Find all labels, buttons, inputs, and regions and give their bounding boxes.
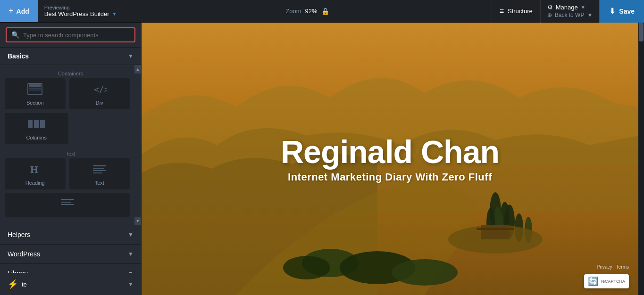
preview-info: Previewing Best WordPress Builder ▼ (38, 5, 124, 17)
structure-button[interactable]: ≡ Structure (492, 0, 540, 23)
sidebar-section-library[interactable]: Library ▼ (0, 264, 141, 273)
component-div[interactable]: </> Div (69, 78, 130, 109)
svg-rect-5 (28, 120, 33, 128)
div-label: Div (96, 100, 103, 106)
text-label: Text (95, 180, 104, 186)
component-extra[interactable] (5, 193, 130, 217)
sidebar-section-wordpress[interactable]: WordPress ▼ (0, 245, 141, 264)
svg-rect-12 (93, 172, 102, 173)
scroll-up-button[interactable]: ▲ (134, 65, 141, 74)
zoom-area: Zoom 92% 🔒 (285, 8, 329, 15)
section-icon (27, 83, 42, 97)
preview-name-row[interactable]: Best WordPress Builder ▼ (44, 10, 117, 17)
helpers-label: Helpers (8, 231, 30, 238)
recaptcha-text: reCAPTCHA (601, 279, 625, 284)
component-heading[interactable]: H Heading (5, 158, 66, 189)
helpers-arrow-icon: ▼ (128, 231, 134, 238)
manage-dropdown[interactable]: ⚙ Manage ▼ ⊕ Back to WP ▼ (540, 0, 600, 23)
canvas-scrollbar[interactable] (638, 23, 644, 295)
topbar: + Add Previewing Best WordPress Builder … (0, 0, 644, 23)
columns-icon (27, 118, 45, 132)
extra-icon (60, 198, 75, 210)
search-input-wrap: 🔍 (6, 27, 135, 42)
svg-rect-13 (61, 199, 74, 200)
manage-row: ⚙ Manage ▼ (547, 4, 593, 11)
svg-rect-15 (61, 204, 74, 205)
svg-text:</>: </> (94, 84, 107, 94)
recaptcha-badge: 🔄 reCAPTCHA (584, 274, 629, 288)
component-text[interactable]: Text (69, 158, 130, 189)
wordpress-arrow-icon: ▼ (128, 251, 134, 257)
back-to-wp-label: Back to WP (555, 12, 585, 18)
canvas-overlay: Reginald Chan Internet Marketing Diary W… (142, 23, 638, 295)
svg-rect-10 (93, 168, 104, 169)
search-icon: 🔍 (11, 31, 19, 39)
privacy-link[interactable]: Privacy · Terms (597, 264, 629, 270)
svg-text:H: H (30, 164, 38, 175)
div-icon: </> (92, 83, 107, 97)
preview-dropdown-arrow: ▼ (112, 11, 117, 16)
containers-row-1: Section </> Div (5, 78, 136, 109)
site-title: Reginald Chan (281, 134, 499, 170)
scrollbar-thumb[interactable] (639, 23, 644, 41)
text-row-1: H Heading (5, 158, 136, 189)
svg-rect-3 (29, 90, 41, 90)
search-bar: 🔍 (0, 23, 141, 48)
lightning-icon: ⚡ (8, 279, 18, 289)
add-button[interactable]: + Add (0, 0, 38, 22)
wp-icon: ⊕ (547, 12, 552, 18)
topbar-center: Zoom 92% 🔒 (123, 8, 491, 15)
privacy-text: Privacy · Terms (597, 264, 629, 270)
sidebar-section-basics[interactable]: Basics ▼ (0, 48, 141, 65)
lock-icon[interactable]: 🔒 (321, 8, 329, 15)
scroll-down-button[interactable]: ▼ (134, 217, 141, 225)
manage-label: Manage (556, 4, 578, 11)
heading-label: Heading (25, 180, 45, 186)
manage-arrow-icon: ▼ (581, 5, 585, 10)
zoom-label: Zoom (285, 8, 301, 15)
preview-name: Best WordPress Builder (44, 10, 109, 17)
text-icon (92, 163, 107, 177)
search-input[interactable] (23, 32, 130, 39)
components-grid: Containers (0, 65, 141, 225)
library-label: Library (8, 270, 28, 273)
save-button[interactable]: ⬇ Save (599, 0, 644, 23)
previewing-label: Previewing (44, 5, 117, 10)
text-row-2-partial (5, 193, 136, 217)
empty-space (72, 113, 130, 144)
main-layout: 🔍 Basics ▼ ▲ Containers (0, 23, 644, 295)
basics-label: Basics (8, 52, 29, 60)
add-label: Add (17, 8, 29, 15)
svg-rect-2 (29, 88, 41, 89)
sidebar-bottom-item[interactable]: ⚡ te ▼ (0, 273, 141, 295)
zoom-value: 92% (305, 8, 318, 15)
svg-rect-14 (61, 202, 71, 203)
columns-label: Columns (26, 135, 47, 140)
structure-icon: ≡ (500, 7, 504, 16)
basics-components-container: ▲ Containers (0, 65, 141, 225)
sidebar-sections: Basics ▼ ▲ Containers (0, 48, 141, 273)
containers-row-2: Columns (5, 113, 136, 144)
component-section[interactable]: Section (5, 78, 66, 109)
structure-label: Structure (508, 8, 533, 15)
svg-rect-7 (40, 120, 45, 128)
bottom-left: ⚡ te (8, 279, 27, 289)
component-columns[interactable]: Columns (5, 113, 68, 144)
svg-rect-9 (93, 165, 106, 166)
svg-rect-1 (29, 84, 41, 87)
section-label: Section (26, 100, 44, 106)
wordpress-label: WordPress (8, 250, 40, 258)
back-to-wp-arrow-icon: ▼ (587, 12, 593, 18)
sidebar: 🔍 Basics ▼ ▲ Containers (0, 23, 142, 295)
manage-icon: ⚙ (547, 4, 553, 11)
basics-arrow-icon: ▼ (128, 53, 134, 59)
save-label: Save (619, 8, 635, 15)
sidebar-section-helpers[interactable]: Helpers ▼ (0, 225, 141, 245)
canvas-area: Canva Reginald Chan Internet Marketing D… (142, 23, 644, 295)
back-to-wp-row[interactable]: ⊕ Back to WP ▼ (547, 12, 593, 18)
svg-rect-6 (34, 120, 39, 128)
text-category-label: Text (5, 148, 136, 158)
plus-icon: + (8, 6, 14, 16)
site-subtitle: Internet Marketing Diary With Zero Fluff (288, 171, 492, 183)
heading-icon: H (27, 163, 42, 177)
